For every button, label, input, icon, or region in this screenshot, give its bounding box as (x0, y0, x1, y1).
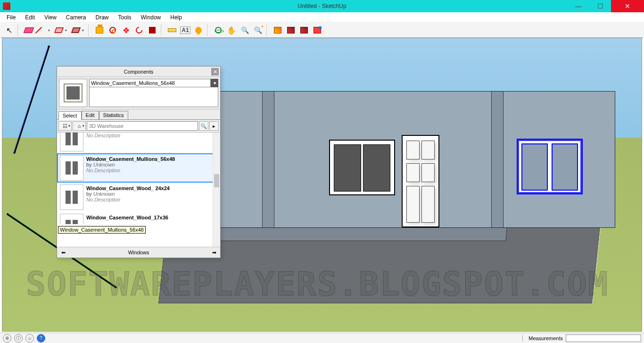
tab-select[interactable]: Select (58, 111, 82, 120)
item-thumbnail (60, 155, 83, 181)
menu-view[interactable]: View (40, 13, 61, 22)
menu-help[interactable]: Help (165, 13, 187, 22)
toolbar-separator (266, 24, 269, 36)
menu-tools[interactable]: Tools (114, 13, 136, 22)
scrollbar-thumb[interactable] (214, 174, 219, 187)
measurements-input[interactable] (566, 335, 641, 342)
item-thumbnail (60, 214, 83, 225)
geolocation-icon[interactable]: ⊕ (3, 334, 11, 343)
list-scrollbar[interactable] (213, 133, 220, 247)
component-thumbnail[interactable] (59, 79, 87, 107)
menubar: File Edit View Camera Draw Tools Window … (0, 12, 644, 23)
statusbar: ⊕ ⓘ ☺ ? Measurements (0, 333, 644, 343)
tab-edit[interactable]: Edit (82, 111, 99, 119)
help-icon[interactable]: ? (37, 334, 45, 343)
nav-forward-button[interactable]: ➡ (210, 248, 218, 257)
toolbar-separator (161, 24, 164, 36)
list-item[interactable]: Window_Casement_Wood_ 24x24 by Unknown N… (57, 183, 220, 212)
text-tool[interactable]: A1 (179, 24, 191, 36)
item-description: No Description (86, 197, 170, 202)
item-description: No Description (86, 133, 120, 138)
door-panel (406, 141, 420, 159)
panel-close-button[interactable]: ✕ (211, 68, 219, 75)
item-description: No Description (86, 167, 175, 173)
eraser-tool[interactable] (23, 24, 35, 36)
toolbar-separator (17, 24, 20, 36)
panel-tabs: Select Edit Statistics (57, 109, 220, 120)
extension-warehouse-tool[interactable] (298, 24, 310, 36)
rectangle-tool[interactable] (53, 24, 69, 36)
component-description-box[interactable] (89, 87, 218, 107)
building-wall (210, 91, 615, 228)
components-panel[interactable]: Components ✕ ✦ Select Edit Statistics ☷ … (57, 66, 221, 258)
user-icon[interactable]: ☺ (25, 334, 34, 343)
paint-tool[interactable] (192, 24, 205, 36)
status-separator (522, 335, 523, 342)
item-name: Window_Casement_Wood_ 24x24 (86, 185, 170, 191)
component-name-input[interactable] (89, 79, 211, 87)
item-thumbnail (60, 184, 83, 210)
move-tool[interactable]: ✥ (120, 24, 132, 36)
select-tool[interactable]: ↖ (3, 24, 15, 36)
list-item[interactable]: Window_Casement_Wood_17x36 (57, 212, 220, 225)
shape-tool[interactable] (70, 24, 86, 36)
item-name: Window_Casement_Wood_17x36 (86, 215, 168, 220)
door-panel (421, 141, 435, 159)
nav-back-button[interactable]: ⬅ (59, 248, 67, 257)
sketchup-app-icon (3, 2, 10, 10)
menu-draw[interactable]: Draw (91, 13, 114, 22)
warehouse-tool[interactable] (272, 24, 284, 36)
pan-tool[interactable]: ✋ (225, 24, 238, 36)
pushpull-tool[interactable] (93, 24, 106, 36)
item-by-prefix: by (86, 191, 93, 197)
close-button[interactable] (611, 0, 644, 12)
tooltip: Window_Casement_Mullions_56x48 (58, 226, 146, 234)
tab-statistics[interactable]: Statistics (99, 111, 128, 119)
warehouse-share-tool[interactable] (285, 24, 297, 36)
list-item[interactable]: by Unknown No Description (57, 133, 220, 153)
list-item-selected[interactable]: Window_Casement_Mullions_56x48 by Unknow… (57, 153, 220, 183)
maximize-button[interactable] (589, 0, 611, 12)
window-component[interactable] (329, 140, 395, 195)
menu-file[interactable]: File (2, 13, 20, 22)
panel-title-text: Components (124, 69, 153, 75)
credits-icon[interactable]: ⓘ (14, 334, 23, 343)
send-to-layout-tool[interactable] (311, 24, 323, 36)
zoom-extents-tool[interactable]: 🔍 (252, 24, 264, 36)
menu-edit[interactable]: Edit (20, 13, 40, 22)
window-title: Untitled - SketchUp (297, 3, 346, 9)
door-component[interactable] (402, 135, 439, 227)
window-component-selected[interactable] (517, 139, 583, 194)
home-collection-button[interactable]: ⌂ (73, 121, 86, 131)
door-panel (421, 163, 435, 182)
line-tool[interactable] (36, 24, 52, 36)
item-author: Unknown (93, 162, 115, 167)
menu-window[interactable]: Window (136, 13, 166, 22)
door-panel (406, 186, 420, 223)
panel-titlebar[interactable]: Components ✕ (57, 67, 220, 77)
orbit-tool[interactable] (212, 24, 224, 36)
item-thumbnail (60, 133, 83, 151)
offset-tool[interactable] (107, 24, 119, 36)
expand-button[interactable]: ✦ (211, 79, 218, 87)
minimize-button[interactable] (568, 0, 589, 12)
view-mode-button[interactable]: ☷ (58, 121, 72, 131)
search-button[interactable]: 🔍 (199, 121, 208, 131)
item-author: Unknown (93, 191, 115, 197)
toolbar-separator (88, 24, 91, 36)
rotate-tool[interactable] (133, 24, 145, 36)
window-pane (552, 143, 578, 191)
component-list[interactable]: by Unknown No Description Window_Casemen… (57, 133, 220, 247)
scale-tool[interactable] (146, 24, 158, 36)
search-input[interactable] (87, 121, 198, 131)
watermark-text: SOFTWAREPLAYERS.BLOGSPOT.COM (26, 265, 632, 303)
window-controls (568, 0, 644, 12)
menu-camera[interactable]: Camera (61, 13, 91, 22)
tape-tool[interactable] (166, 24, 178, 36)
window-pane (363, 144, 390, 192)
zoom-tool[interactable]: 🔍 (239, 24, 251, 36)
component-preview-row: ✦ (57, 77, 220, 109)
titlebar: Untitled - SketchUp (0, 0, 644, 12)
details-button[interactable]: ▸ (209, 121, 219, 131)
toolbar-separator (207, 24, 210, 36)
